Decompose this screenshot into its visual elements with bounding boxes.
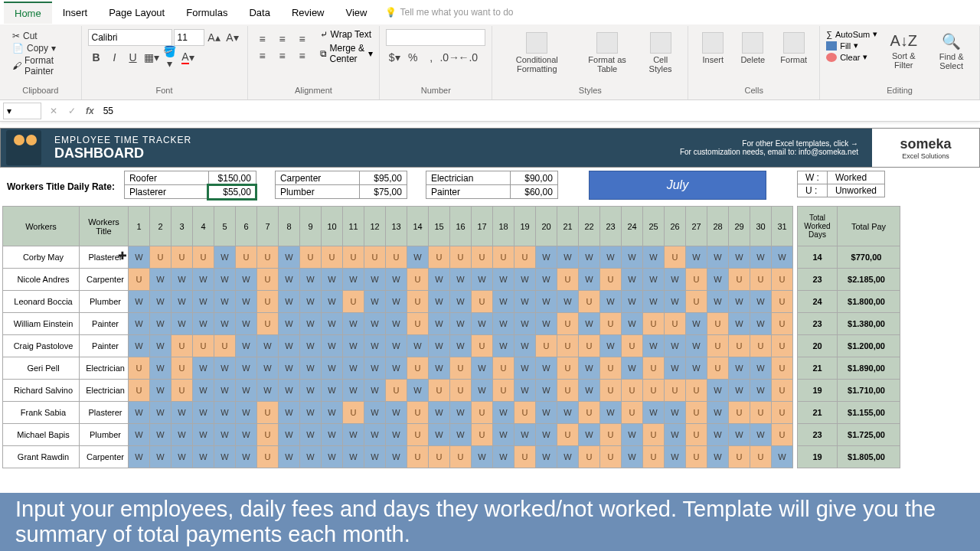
cell-day[interactable]: U: [450, 446, 472, 468]
cell-day[interactable]: W: [707, 402, 729, 424]
cell-day[interactable]: W: [665, 402, 686, 424]
cell-day[interactable]: W: [300, 291, 322, 313]
cell-day[interactable]: W: [214, 380, 236, 402]
table-row[interactable]: Grant RawdinCarpenterWWWWWWUWWWWWWUUUWWU…: [3, 446, 900, 468]
cell-day[interactable]: U: [686, 446, 707, 468]
cell-day[interactable]: W: [300, 357, 322, 380]
cell-day[interactable]: W: [536, 446, 557, 468]
cell-day[interactable]: W: [214, 246, 236, 269]
cell-day[interactable]: U: [536, 335, 557, 357]
cond-format-button[interactable]: Conditional Formatting: [498, 29, 575, 77]
cell-day[interactable]: W: [729, 380, 750, 402]
cell-day[interactable]: W: [750, 424, 772, 446]
cell-day[interactable]: W: [493, 402, 514, 424]
cell-worker-title[interactable]: Plumber: [80, 291, 129, 313]
tab-home[interactable]: Home: [4, 2, 52, 24]
cell-day[interactable]: W: [665, 446, 686, 468]
cell-day[interactable]: W: [557, 446, 579, 468]
cell-worker-title[interactable]: Carpenter: [80, 446, 129, 468]
cell-day[interactable]: W: [322, 357, 343, 380]
cell-day[interactable]: W: [236, 402, 257, 424]
cell-day[interactable]: W: [193, 424, 214, 446]
insert-button[interactable]: Insert: [694, 29, 731, 67]
cell-worker-name[interactable]: Corby May: [3, 246, 80, 269]
rate-table-1[interactable]: Carpenter$95,00Plumber$75,00: [275, 171, 407, 199]
cell-day[interactable]: W: [300, 402, 322, 424]
cell-day[interactable]: U: [343, 246, 364, 269]
cell-day[interactable]: W: [343, 335, 364, 357]
cell-day[interactable]: W: [214, 291, 236, 313]
cell-day[interactable]: W: [557, 246, 579, 269]
cell-day[interactable]: W: [150, 402, 172, 424]
col-day-4[interactable]: 4: [193, 207, 214, 246]
cell-day[interactable]: U: [257, 402, 279, 424]
cell-day[interactable]: W: [643, 335, 665, 357]
cell-day[interactable]: W: [536, 246, 557, 269]
cell-day[interactable]: W: [493, 313, 514, 335]
rate-value-cell[interactable]: $60,00: [510, 185, 557, 199]
rate-value-cell[interactable]: $75,00: [359, 185, 407, 199]
cell-day[interactable]: U: [750, 269, 772, 291]
cell-total-pay[interactable]: $1.200,00: [838, 335, 900, 357]
font-color-button[interactable]: A▾: [180, 49, 197, 66]
wrap-text-button[interactable]: ⤶Wrap Text: [320, 29, 374, 40]
cell-worker-name[interactable]: Frank Sabia: [3, 402, 80, 424]
cell-day[interactable]: W: [279, 424, 300, 446]
cell-day[interactable]: W: [600, 291, 622, 313]
format-table-button[interactable]: Format as Table: [578, 29, 636, 77]
cell-day[interactable]: W: [493, 335, 514, 357]
cell-day[interactable]: U: [236, 246, 257, 269]
cell-day[interactable]: U: [343, 402, 364, 424]
cell-day[interactable]: W: [214, 402, 236, 424]
font-name-select[interactable]: [88, 29, 172, 46]
format-painter-button[interactable]: 🖌Format Painter: [12, 55, 69, 77]
cell-day[interactable]: W: [429, 402, 450, 424]
cell-day[interactable]: W: [729, 246, 750, 269]
cell-day[interactable]: W: [514, 424, 536, 446]
cell-day[interactable]: W: [214, 269, 236, 291]
cell-worker-title[interactable]: Electrician: [80, 357, 129, 380]
cell-day[interactable]: W: [172, 291, 193, 313]
cell-day[interactable]: U: [557, 269, 579, 291]
align-top[interactable]: ≡: [254, 31, 271, 47]
cell-day[interactable]: U: [772, 269, 793, 291]
col-day-25[interactable]: 25: [643, 207, 665, 246]
cell-day[interactable]: W: [707, 246, 729, 269]
cell-day[interactable]: W: [150, 380, 172, 402]
cell-day[interactable]: W: [257, 335, 279, 357]
cell-day[interactable]: U: [643, 424, 665, 446]
cell-day[interactable]: U: [772, 357, 793, 380]
col-day-27[interactable]: 27: [686, 207, 707, 246]
cell-day[interactable]: U: [364, 246, 386, 269]
underline-button[interactable]: U: [125, 49, 142, 66]
cell-day[interactable]: W: [600, 246, 622, 269]
find-select-button[interactable]: 🔍Find & Select: [929, 29, 973, 73]
cell-day[interactable]: U: [407, 291, 429, 313]
cell-day[interactable]: W: [386, 446, 407, 468]
cell-day[interactable]: W: [686, 335, 707, 357]
merge-center-button[interactable]: ⧉Merge & Center ▾: [320, 43, 374, 64]
cell-day[interactable]: U: [643, 313, 665, 335]
cell-day[interactable]: U: [429, 246, 450, 269]
cell-day[interactable]: W: [536, 291, 557, 313]
cell-day[interactable]: W: [557, 402, 579, 424]
cell-day[interactable]: W: [214, 446, 236, 468]
cell-day[interactable]: U: [172, 380, 193, 402]
col-workers[interactable]: Workers: [3, 207, 80, 246]
cell-day[interactable]: W: [364, 313, 386, 335]
cell-day[interactable]: U: [557, 424, 579, 446]
cell-day[interactable]: U: [579, 446, 600, 468]
cell-worker-title[interactable]: Plasterer: [80, 246, 129, 269]
fill-color-button[interactable]: 🪣▾: [162, 49, 178, 66]
rate-name-cell[interactable]: Carpenter: [275, 171, 359, 185]
cell-day[interactable]: W: [729, 357, 750, 380]
cell-day[interactable]: W: [514, 291, 536, 313]
cell-day[interactable]: U: [686, 269, 707, 291]
col-day-19[interactable]: 19: [514, 207, 536, 246]
cell-day[interactable]: W: [129, 291, 150, 313]
cell-day[interactable]: W: [300, 446, 322, 468]
cell-day[interactable]: W: [193, 291, 214, 313]
cell-day[interactable]: U: [622, 335, 643, 357]
cell-day[interactable]: W: [150, 335, 172, 357]
cell-day[interactable]: W: [407, 335, 429, 357]
